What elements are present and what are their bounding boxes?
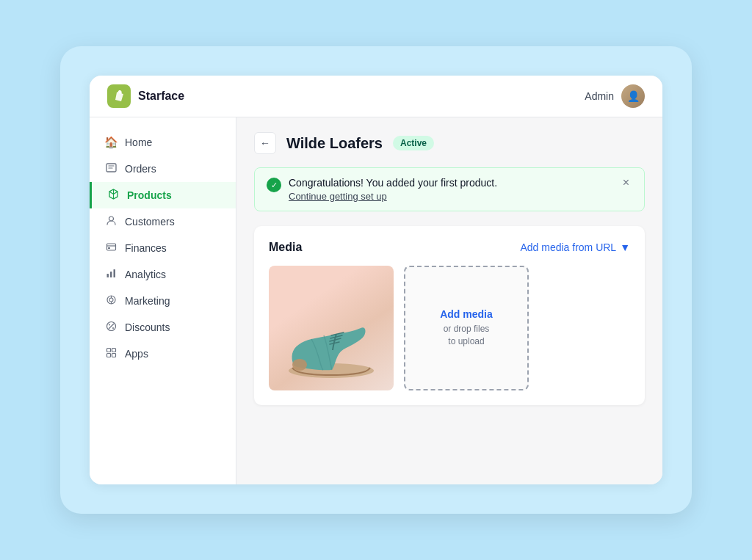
sidebar-item-home[interactable]: 🏠 Home (90, 129, 236, 156)
store-name: Starface (138, 90, 184, 103)
success-content: ✓ Congratulations! You added your first … (267, 177, 497, 202)
page-title: Wilde Loafers (286, 135, 383, 152)
svg-rect-17 (106, 354, 110, 357)
sidebar-item-marketing[interactable]: Marketing (90, 288, 236, 314)
product-image-thumb[interactable] (269, 266, 394, 390)
sidebar-label-marketing: Marketing (125, 295, 170, 307)
avatar[interactable] (621, 84, 645, 108)
discounts-icon (104, 321, 118, 334)
svg-point-14 (112, 327, 114, 329)
media-header: Media Add media from URL ▼ (269, 241, 630, 254)
success-text: Congratulations! You added your first pr… (289, 177, 497, 202)
sidebar-label-apps: Apps (125, 348, 148, 360)
app-window: Starface Admin 🏠 Home (90, 76, 662, 484)
svg-point-1 (109, 217, 113, 221)
products-icon (106, 189, 120, 202)
sidebar-item-discounts[interactable]: Discounts (90, 314, 236, 341)
sidebar-label-analytics: Analytics (125, 269, 166, 280)
shoe-image (269, 266, 394, 390)
sidebar: 🏠 Home Orders (90, 117, 236, 484)
success-check-icon: ✓ (267, 178, 281, 192)
orders-icon (104, 162, 118, 175)
sidebar-item-orders[interactable]: Orders (90, 156, 236, 182)
sidebar-item-products[interactable]: Products (90, 182, 236, 208)
back-button[interactable]: ← (254, 132, 276, 154)
sidebar-item-finances[interactable]: Finances (90, 235, 236, 261)
page-header: ← Wilde Loafers Active (254, 132, 645, 154)
svg-rect-6 (113, 269, 115, 277)
topbar-right: Admin (585, 84, 645, 108)
svg-rect-16 (112, 349, 115, 352)
media-upload-area[interactable]: Add media or drop filesto upload (404, 266, 529, 390)
add-media-url-button[interactable]: Add media from URL ▼ (520, 241, 630, 253)
sidebar-label-customers: Customers (125, 216, 175, 228)
analytics-icon (104, 268, 118, 281)
content-area: ← Wilde Loafers Active ✓ Congratulations… (236, 117, 662, 484)
svg-point-20 (292, 359, 307, 371)
sidebar-item-customers[interactable]: Customers (90, 208, 236, 235)
continue-setup-link[interactable]: Continue getting set up (289, 191, 497, 202)
media-card: Media Add media from URL ▼ (254, 226, 645, 405)
success-title: Congratulations! You added your first pr… (289, 177, 497, 189)
svg-rect-5 (110, 272, 112, 277)
svg-rect-2 (106, 244, 115, 250)
outer-frame: Starface Admin 🏠 Home (60, 46, 692, 514)
customers-icon (104, 215, 118, 228)
svg-point-8 (109, 298, 113, 302)
add-media-url-label: Add media from URL (520, 241, 616, 253)
dropdown-arrow-icon: ▼ (620, 241, 630, 253)
marketing-icon (104, 294, 118, 308)
sidebar-label-orders: Orders (125, 163, 156, 175)
success-banner: ✓ Congratulations! You added your first … (254, 167, 645, 211)
sidebar-item-analytics[interactable]: Analytics (90, 261, 236, 288)
media-gallery: Add media or drop filesto upload (269, 266, 630, 390)
admin-label: Admin (585, 90, 614, 102)
sidebar-label-products: Products (127, 189, 172, 201)
svg-rect-4 (106, 274, 109, 277)
topbar: Starface Admin (90, 76, 662, 117)
shopify-icon (107, 84, 131, 108)
sidebar-label-home: Home (125, 137, 152, 148)
media-section-title: Media (269, 241, 302, 254)
status-badge: Active (393, 136, 434, 150)
svg-rect-18 (112, 354, 115, 357)
topbar-logo: Starface (107, 84, 184, 108)
svg-rect-3 (108, 247, 110, 249)
svg-rect-15 (106, 349, 110, 352)
main-layout: 🏠 Home Orders (90, 117, 662, 484)
svg-point-13 (109, 324, 110, 326)
close-banner-button[interactable]: × (620, 177, 632, 189)
sidebar-label-finances: Finances (125, 242, 167, 254)
sidebar-label-discounts: Discounts (125, 321, 170, 333)
add-media-text: Add media (440, 308, 493, 320)
apps-icon (104, 347, 118, 360)
finances-icon (104, 241, 118, 255)
home-icon: 🏠 (104, 136, 118, 149)
drop-files-text: or drop filesto upload (444, 323, 490, 348)
sidebar-item-apps[interactable]: Apps (90, 341, 236, 367)
